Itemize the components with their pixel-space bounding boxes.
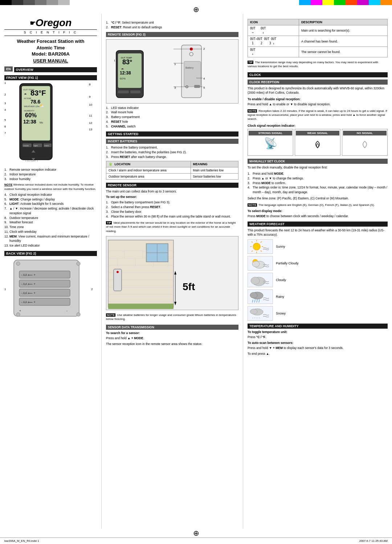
- ss-step-2: 2. Select a channel then press RESET.: [106, 205, 238, 210]
- back-label-1: 1: [4, 288, 10, 291]
- svg-text:mode: mode: [23, 145, 29, 147]
- setup-step-1: 1. °C / °F: Select temperature unit: [106, 20, 238, 25]
- svg-point-101: [252, 261, 260, 267]
- svg-text:4: 4: [203, 77, 205, 80]
- insert-batteries-steps: 1. Remove the battery compartment. 2. In…: [106, 145, 238, 159]
- label-7: 7: [4, 132, 12, 135]
- front-item-9: 9. Weather forecast: [4, 220, 97, 225]
- color-bars-row: [0, 0, 392, 5]
- sensor-data-header: SENSOR DATA TRANSMISSION: [106, 325, 238, 330]
- strong-signal-cell: STRONG SIGNAL 📡: [248, 129, 293, 156]
- svg-text:12:38: 12:38: [23, 119, 36, 125]
- svg-text:☁: ☁: [24, 92, 26, 95]
- page-wrapper: ⊕ ☛Oregon S C I E N T I F I C Weather Fo…: [0, 0, 392, 544]
- en-overview-row: EN OVERVIEW: [4, 66, 97, 73]
- rs-item-3: 3. Battery compartment: [106, 115, 238, 119]
- content-area: ☛Oregon S C I E N T I F I C Weather Fore…: [0, 14, 392, 529]
- strong-signal-icon: 📡: [249, 135, 292, 151]
- front-item-12: 12. MEM: View current, maximum and minim…: [4, 234, 97, 244]
- svg-line-107: [254, 300, 255, 303]
- icon-notfound: OUT ↓: [250, 48, 297, 56]
- front-item-8: 8. Outdoor temperature: [4, 216, 97, 220]
- color-bar-gray3: [58, 0, 70, 5]
- icon-col-header: ICON: [248, 19, 299, 25]
- label-5: 5: [4, 119, 12, 122]
- remote-sensor-intro: The main unit can collect data from up t…: [106, 189, 238, 194]
- footer-right: 2007.6.7 11:25:43 AM: [359, 539, 388, 543]
- weather-rainy: Rainy: [248, 289, 388, 304]
- ss-step-4: 4. Place the sensor within 30 m (98 ft) …: [106, 214, 238, 219]
- sunny-icon-box: [248, 239, 273, 254]
- setup-steps: 1. °C / °F: Select temperature unit 2. R…: [106, 20, 238, 30]
- partial-icon-box: [248, 256, 273, 271]
- cloudy-svg: [249, 273, 271, 287]
- remote-sensor-fig-header: REMOTE SENSOR (FIG 3): [106, 32, 238, 37]
- svg-text:1: 1: [114, 59, 115, 62]
- svg-line-106: [252, 300, 253, 303]
- weather-cloudy: Cloudy: [248, 273, 388, 287]
- strong-signal-label: STRONG SIGNAL: [249, 131, 292, 135]
- user-manual-label: USER MANUAL: [4, 58, 97, 64]
- oregon-text: Oregon: [36, 17, 72, 28]
- outdoor-placement-svg: 5ft: [106, 236, 237, 309]
- icon-row-2: OUT→OUT OUT OUT 1 2 3 ↓ A channel has be…: [248, 36, 388, 46]
- rs-item-1: 1. LED status indicator: [106, 106, 238, 110]
- svg-text:* * * * *: * * * * *: [252, 317, 260, 320]
- svg-text:60%: 60%: [25, 112, 37, 118]
- svg-text:+: +: [19, 309, 21, 313]
- front-view-list2: 4. Clock signal reception indicator 5. M…: [4, 192, 97, 248]
- reg-mark-top: ⊕: [0, 5, 392, 14]
- enable-disable-header: To enable / disable signal reception:: [248, 97, 388, 101]
- color-bar-orange: [380, 0, 392, 5]
- device-svg-container: OUT TEMP ☁ 83°F IN TEMP 78.6 WEATHER 12h…: [12, 82, 89, 166]
- svg-text:Battery: Battery: [185, 66, 194, 69]
- back-view-illustration: 1 - AA ⟵ + - AA ⟵ + - AA ⟵: [4, 258, 97, 321]
- icon-description-table: ICON DESCRIPTION OUT OUT → ↓ Main unit i…: [248, 19, 388, 57]
- svg-point-111: [250, 309, 257, 314]
- color-bar-black2: [12, 0, 23, 5]
- svg-text:83°: 83°: [122, 58, 132, 66]
- color-bar-black3: [23, 0, 35, 5]
- svg-text:light: light: [34, 145, 38, 147]
- insert-batteries-header: INSERT BATTERIES: [106, 139, 238, 144]
- weather-sunny: Sunny: [248, 239, 388, 254]
- rainy-svg: [249, 290, 271, 303]
- setup-sensor-header: To set up the sensor:: [106, 195, 238, 199]
- icon-found: OUT→OUT OUT OUT 1 2 3 ↓: [250, 37, 297, 45]
- mc-step-1: 1. Press and hold MODE.: [248, 171, 388, 176]
- front-item-11: 11. Clock with weekday: [4, 230, 97, 234]
- svg-line-96: [261, 251, 262, 252]
- svg-point-85: [117, 271, 119, 273]
- weather-partial: Partially Cloudy: [248, 256, 388, 271]
- no-signal-svg: [358, 137, 372, 150]
- title-line2: Atomic Time: [4, 45, 97, 51]
- svg-text:- AA ⟵ +: - AA ⟵ +: [21, 273, 36, 277]
- timezone-text: Select the time zone: (P) Pacific, (E) E…: [248, 196, 388, 201]
- front-view-note-text: Wireless sensor included does not includ…: [4, 183, 96, 190]
- auto-scan-text: Press and hold ▼ + MEM to display each s…: [248, 346, 388, 350]
- desc-cell-1: Main unit is searching for sensor(s).: [299, 25, 387, 36]
- snowy-label: Snowy: [276, 312, 286, 315]
- loc-cell-1: Clock / alarm and indoor temperature are…: [106, 167, 191, 173]
- manually-set-clock-header: MANUALLY SET CLOCK: [248, 159, 388, 164]
- weather-forecast-header: WEATHER FORECAST: [248, 222, 388, 227]
- signal-indicator-row: STRONG SIGNAL 📡 WEAK SIGNAL NO SIGNAL: [248, 129, 388, 156]
- partial-label: Partially Cloudy: [276, 261, 299, 265]
- sensor-status-text: The sensor reception icon in the remote …: [106, 342, 238, 346]
- title-line3: Model: BAR206A: [4, 51, 97, 57]
- partial-svg: [249, 257, 271, 270]
- footer-left: bar206A_M_EN_R0.indd 1: [4, 539, 39, 543]
- device-front-svg: OUT TEMP ☁ 83°F IN TEMP 78.6 WEATHER 12h…: [12, 82, 60, 165]
- color-bar-lightblue: [369, 0, 380, 5]
- toggle-temp-text: Press °C / °F.: [248, 335, 388, 340]
- manual-clock-intro: To set the clock manually, disable the s…: [248, 165, 388, 170]
- label-12: 12: [89, 122, 97, 125]
- svg-text:5: 5: [203, 86, 205, 89]
- display-mode-text: Press MODE to choose between clock with …: [248, 214, 388, 219]
- display-mode-header: To select display mode:: [248, 209, 388, 213]
- no-signal-cell: NO SIGNAL: [342, 129, 388, 156]
- svg-point-35: [16, 313, 20, 316]
- svg-text:WEATHER  12hr: WEATHER 12hr: [24, 105, 40, 107]
- label-10: 10: [89, 103, 97, 106]
- reg-mark-bottom: ⊕: [0, 529, 392, 537]
